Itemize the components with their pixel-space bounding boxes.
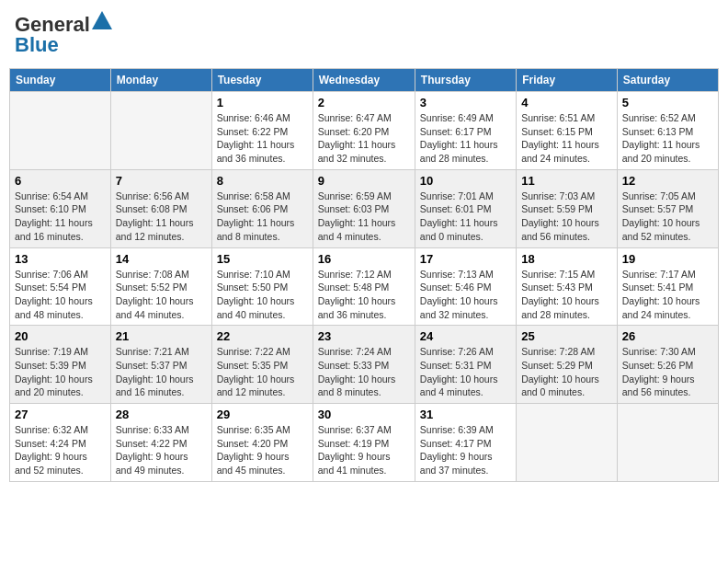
- header-saturday: Saturday: [617, 69, 718, 92]
- day-number: 3: [420, 96, 511, 109]
- day-number: 11: [521, 174, 612, 188]
- day-info: Sunrise: 6:56 AMSunset: 6:08 PMDaylight:…: [116, 190, 207, 244]
- calendar-cell: 7Sunrise: 6:56 AMSunset: 6:08 PMDaylight…: [110, 169, 211, 247]
- day-number: 2: [318, 96, 410, 109]
- calendar-cell: 28Sunrise: 6:33 AMSunset: 4:22 PMDayligh…: [110, 404, 211, 482]
- day-info: Sunrise: 7:15 AMSunset: 5:43 PMDaylight:…: [521, 268, 612, 322]
- day-number: 5: [622, 96, 713, 109]
- calendar-cell: 6Sunrise: 6:54 AMSunset: 6:10 PMDaylight…: [10, 169, 111, 247]
- day-number: 4: [521, 96, 612, 109]
- day-info: Sunrise: 6:33 AMSunset: 4:22 PMDaylight:…: [116, 423, 207, 477]
- calendar-week-2: 6Sunrise: 6:54 AMSunset: 6:10 PMDaylight…: [10, 169, 719, 247]
- day-info: Sunrise: 6:46 AMSunset: 6:22 PMDaylight:…: [217, 111, 308, 166]
- day-number: 21: [116, 329, 207, 343]
- day-info: Sunrise: 6:58 AMSunset: 6:06 PMDaylight:…: [217, 190, 308, 244]
- calendar-cell: 19Sunrise: 7:17 AMSunset: 5:41 PMDayligh…: [617, 247, 718, 326]
- day-number: 18: [521, 252, 612, 266]
- calendar-cell: 12Sunrise: 7:05 AMSunset: 5:57 PMDayligh…: [617, 169, 718, 247]
- logo: General Blue: [15, 13, 112, 57]
- day-number: 28: [116, 408, 207, 421]
- day-info: Sunrise: 7:30 AMSunset: 5:26 PMDaylight:…: [622, 345, 713, 399]
- calendar-week-3: 13Sunrise: 7:06 AMSunset: 5:54 PMDayligh…: [10, 247, 719, 326]
- calendar-week-4: 20Sunrise: 7:19 AMSunset: 5:39 PMDayligh…: [10, 326, 719, 404]
- day-info: Sunrise: 7:13 AMSunset: 5:46 PMDaylight:…: [420, 268, 511, 322]
- day-info: Sunrise: 6:59 AMSunset: 6:03 PMDaylight:…: [318, 190, 410, 244]
- calendar-cell: 17Sunrise: 7:13 AMSunset: 5:46 PMDayligh…: [415, 247, 516, 326]
- day-info: Sunrise: 6:35 AMSunset: 4:20 PMDaylight:…: [217, 423, 308, 477]
- calendar-cell: 31Sunrise: 6:39 AMSunset: 4:17 PMDayligh…: [415, 404, 516, 482]
- day-number: 6: [15, 174, 106, 188]
- logo-blue: Blue: [15, 33, 59, 57]
- header-friday: Friday: [517, 69, 618, 92]
- day-number: 25: [521, 329, 612, 343]
- calendar-cell: [110, 92, 211, 170]
- calendar-cell: [517, 404, 618, 482]
- day-number: 20: [15, 329, 106, 343]
- day-number: 9: [318, 174, 410, 188]
- svg-marker-0: [92, 11, 112, 29]
- day-info: Sunrise: 7:03 AMSunset: 5:59 PMDaylight:…: [521, 190, 612, 244]
- day-number: 1: [217, 96, 308, 109]
- calendar-header-row: SundayMondayTuesdayWednesdayThursdayFrid…: [10, 69, 719, 92]
- day-info: Sunrise: 7:21 AMSunset: 5:37 PMDaylight:…: [116, 345, 207, 399]
- day-info: Sunrise: 7:06 AMSunset: 5:54 PMDaylight:…: [15, 268, 106, 322]
- day-number: 8: [217, 174, 308, 188]
- header-wednesday: Wednesday: [313, 69, 415, 92]
- calendar-cell: 23Sunrise: 7:24 AMSunset: 5:33 PMDayligh…: [313, 326, 415, 404]
- calendar-cell: [10, 92, 111, 170]
- day-number: 12: [622, 174, 713, 188]
- day-info: Sunrise: 7:19 AMSunset: 5:39 PMDaylight:…: [15, 345, 106, 399]
- day-number: 22: [217, 329, 308, 343]
- calendar-cell: 8Sunrise: 6:58 AMSunset: 6:06 PMDaylight…: [211, 169, 313, 247]
- day-number: 13: [15, 252, 106, 266]
- calendar-cell: 15Sunrise: 7:10 AMSunset: 5:50 PMDayligh…: [211, 247, 313, 326]
- page-header: General Blue: [9, 9, 719, 61]
- calendar-cell: 5Sunrise: 6:52 AMSunset: 6:13 PMDaylight…: [617, 92, 718, 170]
- day-number: 27: [15, 408, 106, 421]
- day-info: Sunrise: 7:01 AMSunset: 6:01 PMDaylight:…: [420, 190, 511, 244]
- calendar-cell: 20Sunrise: 7:19 AMSunset: 5:39 PMDayligh…: [10, 326, 111, 404]
- calendar-cell: 29Sunrise: 6:35 AMSunset: 4:20 PMDayligh…: [211, 404, 313, 482]
- day-info: Sunrise: 7:17 AMSunset: 5:41 PMDaylight:…: [622, 268, 713, 322]
- calendar-cell: 26Sunrise: 7:30 AMSunset: 5:26 PMDayligh…: [617, 326, 718, 404]
- day-info: Sunrise: 6:47 AMSunset: 6:20 PMDaylight:…: [318, 111, 410, 166]
- day-number: 15: [217, 252, 308, 266]
- day-number: 24: [420, 329, 511, 343]
- calendar-week-1: 1Sunrise: 6:46 AMSunset: 6:22 PMDaylight…: [10, 92, 719, 170]
- calendar-cell: 24Sunrise: 7:26 AMSunset: 5:31 PMDayligh…: [415, 326, 516, 404]
- day-info: Sunrise: 6:39 AMSunset: 4:17 PMDaylight:…: [420, 423, 511, 477]
- day-number: 14: [116, 252, 207, 266]
- day-info: Sunrise: 6:32 AMSunset: 4:24 PMDaylight:…: [15, 423, 106, 477]
- day-number: 7: [116, 174, 207, 188]
- day-info: Sunrise: 7:12 AMSunset: 5:48 PMDaylight:…: [318, 268, 410, 322]
- header-sunday: Sunday: [10, 69, 111, 92]
- calendar-cell: 21Sunrise: 7:21 AMSunset: 5:37 PMDayligh…: [110, 326, 211, 404]
- calendar-cell: 18Sunrise: 7:15 AMSunset: 5:43 PMDayligh…: [517, 247, 618, 326]
- calendar-cell: 27Sunrise: 6:32 AMSunset: 4:24 PMDayligh…: [10, 404, 111, 482]
- day-info: Sunrise: 7:10 AMSunset: 5:50 PMDaylight:…: [217, 268, 308, 322]
- day-number: 16: [318, 252, 410, 266]
- day-number: 19: [622, 252, 713, 266]
- day-number: 23: [318, 329, 410, 343]
- day-info: Sunrise: 6:49 AMSunset: 6:17 PMDaylight:…: [420, 111, 511, 166]
- day-info: Sunrise: 7:24 AMSunset: 5:33 PMDaylight:…: [318, 345, 410, 399]
- day-info: Sunrise: 7:22 AMSunset: 5:35 PMDaylight:…: [217, 345, 308, 399]
- calendar-cell: 10Sunrise: 7:01 AMSunset: 6:01 PMDayligh…: [415, 169, 516, 247]
- calendar-cell: 3Sunrise: 6:49 AMSunset: 6:17 PMDaylight…: [415, 92, 516, 170]
- calendar-week-5: 27Sunrise: 6:32 AMSunset: 4:24 PMDayligh…: [10, 404, 719, 482]
- day-info: Sunrise: 6:52 AMSunset: 6:13 PMDaylight:…: [622, 111, 713, 166]
- day-info: Sunrise: 6:37 AMSunset: 4:19 PMDaylight:…: [318, 423, 410, 477]
- calendar-cell: 1Sunrise: 6:46 AMSunset: 6:22 PMDaylight…: [211, 92, 313, 170]
- day-number: 26: [622, 329, 713, 343]
- day-info: Sunrise: 6:51 AMSunset: 6:15 PMDaylight:…: [521, 111, 612, 166]
- calendar-cell: 14Sunrise: 7:08 AMSunset: 5:52 PMDayligh…: [110, 247, 211, 326]
- day-number: 31: [420, 408, 511, 421]
- day-number: 17: [420, 252, 511, 266]
- day-info: Sunrise: 7:26 AMSunset: 5:31 PMDaylight:…: [420, 345, 511, 399]
- calendar-cell: 2Sunrise: 6:47 AMSunset: 6:20 PMDaylight…: [313, 92, 415, 170]
- calendar-cell: 25Sunrise: 7:28 AMSunset: 5:29 PMDayligh…: [517, 326, 618, 404]
- day-info: Sunrise: 7:05 AMSunset: 5:57 PMDaylight:…: [622, 190, 713, 244]
- header-monday: Monday: [110, 69, 211, 92]
- calendar-cell: 30Sunrise: 6:37 AMSunset: 4:19 PMDayligh…: [313, 404, 415, 482]
- day-number: 10: [420, 174, 511, 188]
